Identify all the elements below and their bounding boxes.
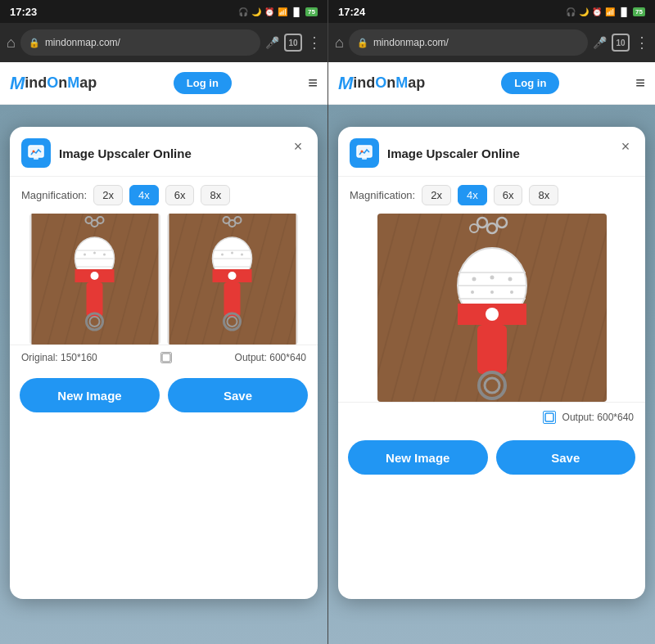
svg-rect-42 [162, 354, 170, 362]
left-mag-8x[interactable]: 8x [201, 185, 230, 205]
r-headphone-icon: 🎧 [566, 7, 576, 16]
right-modal: Image Upscaler Online × Magnification: 2… [338, 127, 645, 599]
right-mag-2x[interactable]: 2x [422, 185, 451, 205]
svg-point-17 [84, 254, 86, 256]
svg-rect-20 [87, 282, 103, 317]
right-mag-8x[interactable]: 8x [529, 185, 558, 205]
r-moon-icon: 🌙 [579, 7, 589, 16]
left-original-info: Original: 150*160 [21, 352, 97, 363]
r-hamburger-icon[interactable]: ≡ [635, 74, 645, 92]
right-mag-4x[interactable]: 4x [458, 185, 487, 205]
right-mag-label: Magnification: [350, 189, 415, 201]
left-phone-panel: 17:23 🎧 🌙 ⏰ 📶 ▐▌ 75 ⌂ 🔒 mindonmap.com/ 🎤… [0, 0, 328, 644]
right-modal-header: Image Upscaler Online × [338, 127, 645, 177]
left-url-text: mindonmap.com/ [45, 37, 252, 48]
svg-point-62 [490, 276, 494, 280]
left-app-icon [21, 138, 51, 168]
left-mag-4x[interactable]: 4x [129, 185, 159, 205]
right-modal-close[interactable]: × [616, 137, 635, 156]
right-status-icons: 🎧 🌙 ⏰ 📶 ▐▌ 75 [566, 7, 645, 16]
left-action-row: New Image Save [10, 370, 318, 422]
svg-rect-3 [34, 157, 38, 160]
lock-icon: 🔒 [29, 38, 40, 48]
left-modal-close[interactable]: × [288, 137, 308, 156]
left-output-image [167, 214, 298, 345]
right-login-button[interactable]: Log in [501, 72, 559, 94]
wifi-icon: 📶 [278, 7, 287, 16]
right-checkbox[interactable] [543, 411, 556, 424]
right-url-bar[interactable]: 🔒 mindonmap.com/ [349, 29, 588, 56]
r-home-icon[interactable]: ⌂ [335, 34, 344, 52]
tab-badge[interactable]: 10 [284, 34, 302, 52]
right-new-image-button[interactable]: New Image [348, 440, 488, 475]
signal-icon: ▐▌ [291, 7, 302, 16]
r-wifi-icon: 📶 [605, 7, 615, 16]
r-logo-text: indOnMap [353, 74, 425, 92]
left-login-button[interactable]: Log in [174, 72, 232, 94]
right-battery: 75 [633, 7, 645, 16]
menu-dots-icon[interactable]: ⋮ [307, 34, 321, 52]
r-signal-icon: ▐▌ [618, 7, 630, 16]
r-menu-dots-icon[interactable]: ⋮ [635, 34, 648, 52]
left-modal-title: Image Upscaler Online [59, 146, 192, 160]
left-mag-row: Magnification: 2x 4x 6x 8x [10, 177, 318, 214]
left-info-row: Original: 150*160 Output: 600*640 [10, 345, 318, 370]
svg-point-65 [490, 290, 494, 294]
home-icon[interactable]: ⌂ [7, 34, 16, 52]
right-status-bar: 17:24 🎧 🌙 ⏰ 📶 ▐▌ 75 [328, 0, 655, 23]
right-images-area [338, 214, 645, 402]
right-time: 17:24 [338, 6, 365, 18]
svg-point-18 [93, 252, 96, 254]
left-site-header: M indOnMap Log in ≡ [0, 62, 328, 105]
svg-rect-43 [357, 146, 372, 157]
left-output-info: Output: 600*640 [235, 352, 306, 363]
left-checkbox[interactable] [160, 352, 172, 363]
svg-point-36 [221, 254, 224, 256]
svg-rect-39 [224, 282, 241, 317]
left-status-bar: 17:23 🎧 🌙 ⏰ 📶 ▐▌ 75 [0, 0, 328, 23]
svg-point-64 [471, 290, 474, 294]
svg-point-13 [91, 272, 99, 280]
right-app-icon [350, 138, 379, 168]
svg-point-61 [472, 277, 476, 281]
r-alarm-icon: ⏰ [592, 7, 602, 16]
right-site-header: M indOnMap Log in ≡ [328, 62, 655, 105]
r-tab-badge[interactable]: 10 [612, 34, 630, 52]
left-logo: M indOnMap [10, 73, 97, 94]
left-mag-label: Magnification: [21, 189, 87, 201]
r-lock-icon: 🔒 [357, 38, 368, 48]
svg-rect-67 [477, 325, 507, 374]
mic-icon[interactable]: 🎤 [265, 36, 279, 49]
svg-point-32 [228, 272, 237, 280]
svg-point-19 [103, 254, 106, 256]
left-mag-6x[interactable]: 6x [165, 185, 195, 205]
r-mic-icon[interactable]: 🎤 [593, 36, 607, 49]
moon-icon: 🌙 [251, 7, 261, 16]
alarm-icon: ⏰ [264, 7, 274, 16]
svg-point-38 [241, 254, 243, 256]
left-url-bar[interactable]: 🔒 mindonmap.com/ [20, 29, 260, 56]
svg-point-63 [508, 277, 512, 281]
svg-point-66 [510, 290, 513, 294]
right-output-info: Output: 600*640 [562, 412, 634, 423]
left-new-image-button[interactable]: New Image [20, 378, 160, 412]
logo-text: indOnMap [25, 74, 97, 92]
right-logo: M indOnMap [338, 73, 425, 94]
right-info-row: Output: 600*640 [338, 402, 645, 432]
left-modal: Image Upscaler Online × Magnification: 2… [10, 127, 318, 599]
logo-m: M [10, 73, 25, 94]
hamburger-icon[interactable]: ≡ [308, 74, 318, 92]
right-mag-row: Magnification: 2x 4x 6x 8x [338, 177, 645, 214]
left-save-button[interactable]: Save [168, 378, 308, 412]
left-status-icons: 🎧 🌙 ⏰ 📶 ▐▌ 75 [238, 7, 318, 16]
right-save-button[interactable]: Save [496, 440, 636, 475]
left-images-area [10, 214, 318, 345]
svg-rect-46 [362, 157, 367, 160]
svg-point-37 [231, 252, 233, 254]
left-battery: 75 [305, 7, 318, 16]
svg-point-2 [33, 151, 35, 153]
right-mag-6x[interactable]: 6x [494, 185, 523, 205]
left-mag-2x[interactable]: 2x [93, 185, 123, 205]
left-time: 17:23 [10, 6, 37, 18]
headphone-icon: 🎧 [238, 7, 248, 16]
